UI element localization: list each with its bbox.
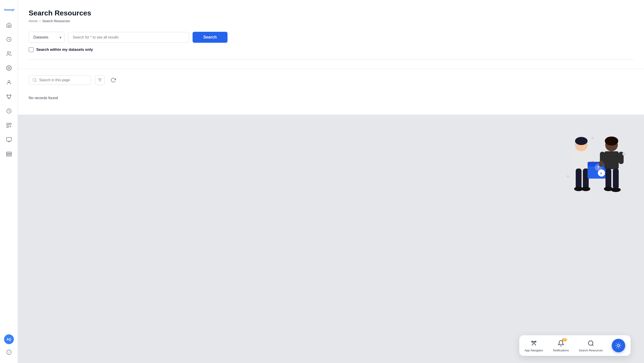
bottom-bar: App Navigator 46 Notifications Search Re… [519, 335, 630, 356]
filter-icon [98, 78, 102, 83]
sidebar-bottom: AQ [3, 334, 15, 359]
dataset-select[interactable]: Datasets Reports Dashboards Workflows [29, 32, 64, 43]
sidebar-item-monitor[interactable] [3, 133, 15, 146]
svg-point-4 [8, 80, 10, 82]
search-button[interactable]: Search [192, 32, 228, 43]
sidebar-item-profile[interactable] [3, 76, 15, 89]
svg-rect-9 [7, 123, 8, 125]
page-search-input[interactable] [39, 78, 80, 82]
notifications-item[interactable]: 46 Notifications [552, 339, 570, 352]
svg-point-2 [7, 51, 9, 53]
search-resources-label: Search Resources [579, 349, 603, 352]
svg-point-50 [588, 341, 593, 345]
svg-point-5 [7, 95, 8, 96]
no-records-message: No records found [29, 92, 633, 104]
sidebar-item-workflow[interactable] [3, 90, 15, 103]
breadcrumb-home[interactable]: Home [29, 19, 38, 23]
breadcrumb-separator: > [39, 19, 41, 23]
search-resources-item[interactable]: Search Resources [579, 339, 603, 352]
notification-badge: 46 [562, 338, 567, 341]
fab-button[interactable] [612, 339, 625, 352]
svg-point-49 [533, 341, 535, 343]
logo: Amorphic [3, 4, 15, 13]
breadcrumb-current: Search Resources [42, 19, 70, 23]
svg-text:Amorphic: Amorphic [4, 8, 14, 11]
refresh-icon [110, 77, 116, 83]
table-area: No records found [18, 69, 644, 115]
svg-point-3 [8, 67, 10, 69]
checkbox-label: Search within my datasets only [36, 47, 93, 52]
sidebar-item-schedule[interactable] [3, 105, 15, 117]
sidebar-item-storage[interactable] [3, 148, 15, 160]
sidebar-item-users[interactable] [3, 47, 15, 60]
content-panel: Search Resources Home > Search Resources… [18, 0, 644, 69]
app-navigator-item[interactable]: App Navigator [525, 339, 543, 352]
avatar[interactable]: AQ [4, 334, 14, 344]
search-row: Datasets Reports Dashboards Workflows ▾ … [29, 32, 633, 43]
dataset-select-wrapper: Datasets Reports Dashboards Workflows ▾ [29, 32, 64, 43]
svg-rect-11 [7, 126, 8, 128]
page-search-wrapper [29, 75, 91, 85]
checkbox-row: Search within my datasets only [29, 47, 633, 52]
svg-point-6 [10, 95, 11, 96]
search-icon [32, 78, 37, 82]
svg-rect-14 [6, 155, 12, 156]
breadcrumb: Home > Search Resources [29, 19, 633, 23]
notifications-label: Notifications [553, 349, 569, 352]
app-navigator-label: App Navigator [525, 349, 543, 352]
filter-row [29, 75, 633, 85]
sidebar-item-insights[interactable] [3, 33, 15, 46]
svg-rect-10 [10, 123, 11, 125]
svg-rect-12 [6, 152, 12, 153]
fab-icon [615, 342, 622, 349]
sidebar-item-home[interactable] [3, 19, 15, 31]
sidebar-item-settings[interactable] [3, 62, 15, 74]
main-area: Search Resources Home > Search Resources… [18, 0, 644, 363]
svg-point-16 [33, 78, 36, 81]
divider [29, 59, 633, 60]
app-navigator-icon [530, 339, 538, 347]
sidebar-info-icon[interactable] [3, 346, 15, 359]
grey-area [18, 115, 644, 363]
svg-rect-13 [6, 154, 12, 155]
sidebar-item-analytics[interactable] [3, 119, 15, 132]
search-input[interactable] [68, 32, 189, 43]
refresh-icon-button[interactable] [108, 75, 118, 85]
page-title: Search Resources [29, 9, 633, 17]
search-resources-icon [587, 339, 595, 347]
svg-point-51 [617, 345, 620, 347]
sidebar: Amorphic [0, 0, 18, 363]
content-white: Search Resources Home > Search Resources… [18, 0, 644, 115]
notifications-icon: 46 [557, 339, 565, 347]
filter-icon-button[interactable] [95, 75, 105, 85]
my-datasets-checkbox[interactable] [29, 47, 34, 52]
